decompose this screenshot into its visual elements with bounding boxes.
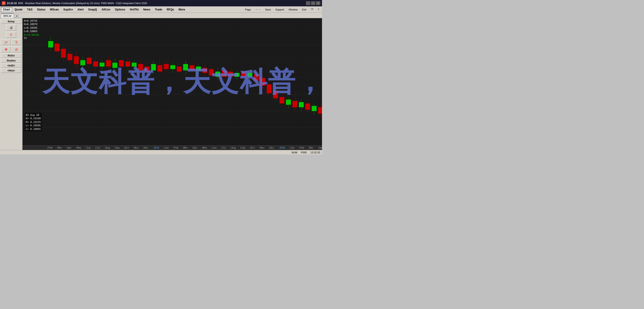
status-num: NUM <box>292 151 297 154</box>
chart-and-axis: O=0.18755 H=0.18870 L=0.18585 L=0.18865 … <box>22 18 322 145</box>
tab-add[interactable]: + <box>15 14 19 18</box>
menu-support[interactable]: Support <box>273 7 286 12</box>
title-left: ✦ 13:22:32 BR6 - Brazilian Real (Globex)… <box>2 1 147 5</box>
currency-icon-btn[interactable]: € <box>6 32 16 38</box>
menu-more[interactable]: More <box>176 7 187 12</box>
time-feb20: |Feb <box>298 147 304 149</box>
sidebar-icon-row-1: 🖨 <box>1 25 22 31</box>
ohlc-high: H=0.18870 <box>24 23 39 26</box>
menu-window[interactable]: Window <box>286 7 300 12</box>
title-time: 13:22:32 <box>7 2 17 5</box>
time-dec19: |Dec <box>268 147 274 149</box>
time-nov19: |Nov <box>259 147 264 149</box>
svg-rect-92 <box>318 107 322 114</box>
ohlc-date: 03 Aug 20 <box>26 113 41 117</box>
time-jan19: |Jan <box>163 147 169 149</box>
chart-svg-container <box>22 18 322 145</box>
time-2020-label: ·2020 <box>278 147 285 149</box>
menu-alert[interactable]: Alert <box>75 7 86 12</box>
time-aug19: |Aug <box>230 147 236 149</box>
tab-bar: BR6,W + <box>0 13 322 18</box>
print-icon-btn[interactable]: 🖨 <box>6 25 16 31</box>
hist-button[interactable]: <Hist> <box>1 68 22 73</box>
main-content: Setup 🖨 € ⇄ ⇅ ✱ ⊞ ReScl Studies <IntD> <… <box>0 18 322 150</box>
studies-button[interactable]: Studies <box>1 58 22 63</box>
time-sep: |Sep <box>114 147 120 149</box>
menu-quote[interactable]: Quote <box>12 7 24 12</box>
time-apr20: |Apr <box>318 147 322 149</box>
time-mar: |Mar <box>56 147 62 149</box>
swap2-icon-btn[interactable]: ⇅ <box>11 39 22 45</box>
svg-rect-0 <box>22 18 322 145</box>
time-apr: |Apr <box>66 147 72 149</box>
intd-button[interactable]: <IntD> <box>1 63 22 68</box>
menu-supsrv[interactable]: SupSrv <box>61 7 75 12</box>
sidebar-icon-row-4: ✱ ⊞ <box>1 47 22 52</box>
menu-help[interactable]: ? <box>316 7 321 12</box>
time-jan20: |Jan <box>289 147 294 149</box>
menu-snapq[interactable]: SnapQ <box>86 7 99 12</box>
status-account: P005 <box>301 151 307 154</box>
chart-area[interactable]: O=0.18755 H=0.18870 L=0.18585 L=0.18865 … <box>22 18 322 145</box>
menu-status[interactable]: Status <box>35 7 48 12</box>
ohlc-info-bottom: 03 Aug 20 O= 0.19160 H= 0.19225 L= 0.185… <box>25 113 42 131</box>
menu-allcon[interactable]: AllCon <box>99 7 112 12</box>
ohlc-delta: Δ=+0.00100 <box>24 33 39 37</box>
ohlc-bottom-open: O= 0.19160 <box>26 117 41 120</box>
time-jun19: |Jun <box>211 147 217 149</box>
time-feb: |Feb <box>47 147 52 149</box>
time-sep19: |Sep <box>240 147 245 149</box>
app-icon: ✦ <box>2 1 6 5</box>
menu-nav[interactable]: ← → <box>253 7 263 12</box>
menu-rfqs[interactable]: RFQs <box>165 7 176 12</box>
menu-options[interactable]: Options <box>113 7 127 12</box>
minimize-button[interactable]: − <box>306 1 310 5</box>
title-instrument: BR6 - Brazilian Real (Globex), Weekly Co… <box>18 2 100 5</box>
time-mar19: |Mar <box>182 147 188 149</box>
close-button[interactable]: ✕ <box>316 1 320 5</box>
ohlc-bottom-low: L= 0.18585 <box>26 124 41 127</box>
time-may19: |May <box>202 147 207 149</box>
ohlc-low1: L=0.18585 <box>24 26 39 30</box>
menu-mscan[interactable]: MScan <box>48 7 61 12</box>
menu-chart[interactable]: Chart <box>1 7 12 12</box>
time-may: |May <box>76 147 81 149</box>
time-axis: |Feb |Mar |Apr |May |Jun |Jul |Aug |Sep … <box>22 145 322 150</box>
maximize-button[interactable]: □ <box>311 1 315 5</box>
star-icon-btn[interactable]: ✱ <box>1 47 11 52</box>
status-bar: NUM P005 13:22:33 <box>0 150 322 155</box>
time-dec: |Dec <box>143 147 148 149</box>
swap1-icon-btn[interactable]: ⇄ <box>1 39 11 45</box>
menu-trade[interactable]: Trade <box>153 7 164 12</box>
menu-page[interactable]: Page <box>243 7 253 12</box>
time-mar20: |Mar <box>308 147 314 149</box>
ohlc-open: O=0.18755 <box>24 19 39 23</box>
time-feb19: |Feb <box>173 147 178 149</box>
menu-ts[interactable]: T&S <box>25 7 34 12</box>
ohlc-bottom-close: C= 0.18865 <box>26 127 41 131</box>
grid-icon-btn[interactable]: ⊞ <box>11 47 22 52</box>
time-oct19: |Oct <box>250 147 255 149</box>
menu-exit[interactable]: Exit <box>300 7 308 12</box>
menu-news[interactable]: News <box>141 7 152 12</box>
menu-ordtkt[interactable]: OrdTkt <box>128 7 140 12</box>
menu-right: Page ← → Save Support Window Exit ❐ ? <box>243 7 321 12</box>
menu-bar: Chart Quote T&S Status MScan SupSrv Aler… <box>0 6 322 13</box>
setup-button[interactable]: Setup <box>1 19 22 24</box>
time-oct: |Oct <box>124 147 129 149</box>
sidebar: Setup 🖨 € ⇄ ⇅ ✱ ⊞ ReScl Studies <IntD> <… <box>0 18 22 150</box>
time-jul19: |Jul <box>221 147 226 149</box>
tab-br6w[interactable]: BR6,W <box>1 14 14 18</box>
time-jun: |Jun <box>85 147 91 149</box>
menu-save[interactable]: Save <box>263 7 273 12</box>
sidebar-icon-row-2: € <box>1 32 22 38</box>
time-apr19: |Apr <box>192 147 198 149</box>
ohlc-bottom-high: H= 0.19225 <box>26 120 41 124</box>
time-jul: |Jul <box>95 147 100 149</box>
ohlc-info: O=0.18755 H=0.18870 L=0.18585 L=0.18865 … <box>24 19 39 40</box>
rescl-button[interactable]: ReScl <box>1 53 22 58</box>
title-bar: ✦ 13:22:32 BR6 - Brazilian Real (Globex)… <box>0 0 322 6</box>
status-time: 13:22:33 <box>310 151 320 154</box>
menu-restore[interactable]: ❐ <box>309 7 315 12</box>
chart-wrapper: O=0.18755 H=0.18870 L=0.18585 L=0.18865 … <box>22 18 322 150</box>
